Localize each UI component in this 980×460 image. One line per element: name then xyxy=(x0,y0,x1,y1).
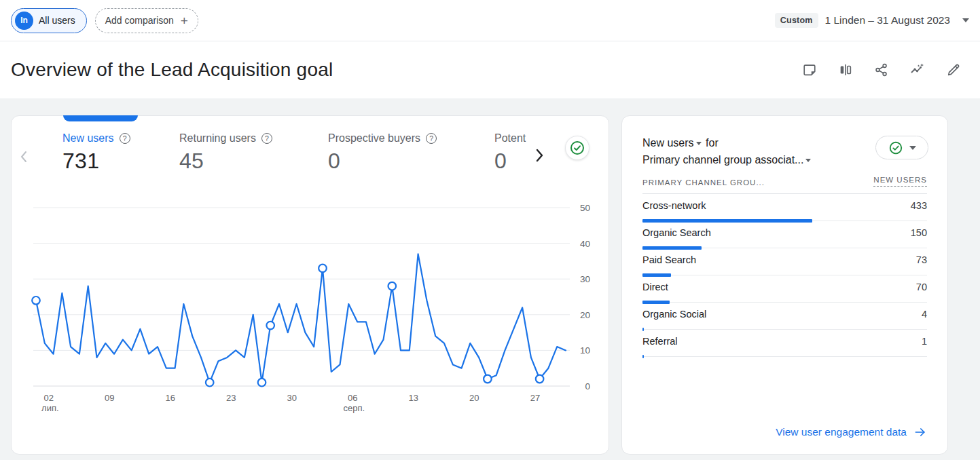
check-caret-icon xyxy=(909,146,916,150)
svg-text:50: 50 xyxy=(580,203,590,213)
svg-text:09: 09 xyxy=(105,393,114,403)
channel-value: 70 xyxy=(916,282,927,292)
table-row: Organic Social4 xyxy=(642,303,927,330)
panel-dimension-selector[interactable]: Primary channel group associat... xyxy=(642,154,803,166)
metric-column-header[interactable]: NEW USERS xyxy=(873,176,927,187)
svg-text:20: 20 xyxy=(580,310,590,320)
channel-label: Organic Social xyxy=(642,309,706,320)
date-range-caret-icon[interactable] xyxy=(962,18,969,22)
table-row: Referral1 xyxy=(642,330,927,357)
add-comparison-button[interactable]: Add comparison + xyxy=(95,8,198,33)
metrics-scroll-right-icon[interactable] xyxy=(534,147,544,166)
table-row: Organic Search150 xyxy=(642,221,927,248)
svg-text:30: 30 xyxy=(580,274,590,284)
table-row: Direct70 xyxy=(642,275,927,303)
trend-card: New users 731 Returning users 45 Prospec… xyxy=(11,115,609,455)
tab-prospective-buyers[interactable]: Prospective buyers 0 xyxy=(328,132,494,189)
channel-value: 73 xyxy=(916,254,927,265)
channel-table-body: Cross-network433Organic Search150Paid Se… xyxy=(642,194,927,357)
comparison-icon[interactable] xyxy=(837,61,854,79)
channel-label: Paid Search xyxy=(642,254,696,265)
svg-text:16: 16 xyxy=(166,393,175,403)
table-row: Paid Search73 xyxy=(642,248,927,275)
help-icon[interactable] xyxy=(120,133,130,144)
link-label: View user engagement data xyxy=(776,426,907,438)
channel-value: 433 xyxy=(911,200,927,211)
data-quality-check-button[interactable] xyxy=(565,136,589,160)
channels-card: New users for Primary channel group asso… xyxy=(621,115,948,455)
svg-text:20: 20 xyxy=(469,393,479,403)
data-quality-dropdown-button[interactable] xyxy=(875,136,928,159)
share-icon[interactable] xyxy=(873,61,890,79)
channel-table-header: PRIMARY CHANNEL GROU... NEW USERS xyxy=(642,176,927,194)
channel-bar xyxy=(642,355,644,358)
channel-label: Organic Search xyxy=(642,227,711,238)
table-row: Cross-network433 xyxy=(642,194,927,221)
channel-label: Referral xyxy=(642,336,678,347)
svg-text:02: 02 xyxy=(44,393,54,403)
channel-label: Cross-network xyxy=(642,200,706,211)
help-icon[interactable] xyxy=(261,133,272,144)
panel-title: New users for Primary channel group asso… xyxy=(642,134,812,168)
date-mode-badge: Custom xyxy=(775,13,818,28)
metrics-scroll-left-icon[interactable] xyxy=(20,150,28,166)
panel-metric-selector[interactable]: New users xyxy=(642,137,694,149)
add-comparison-label: Add comparison xyxy=(105,15,174,26)
date-range-label[interactable]: 1 Linden – 31 August 2023 xyxy=(825,14,950,26)
channel-table: PRIMARY CHANNEL GROU... NEW USERS Cross-… xyxy=(642,176,927,357)
svg-text:40: 40 xyxy=(580,239,590,249)
analytics-overview-page: In All users Add comparison + Custom 1 L… xyxy=(0,0,980,460)
metric-label: Prospective buyers xyxy=(328,132,420,145)
channel-value: 4 xyxy=(922,309,927,320)
green-check-icon xyxy=(888,140,903,155)
svg-text:серп.: серп. xyxy=(343,403,365,413)
edit-icon[interactable] xyxy=(945,61,962,79)
metric-label: Returning users xyxy=(179,132,256,145)
add-note-icon[interactable] xyxy=(801,61,818,79)
report-header: Overview of the Lead Acquisition goal xyxy=(0,41,980,98)
tab-returning-users[interactable]: Returning users 45 xyxy=(179,132,328,189)
help-icon[interactable] xyxy=(426,133,437,144)
metric-value: 731 xyxy=(62,149,179,174)
tab-potential-buyers[interactable]: Potent 0 xyxy=(494,132,531,189)
selected-tab-indicator xyxy=(63,115,138,121)
view-user-engagement-link[interactable]: View user engagement data xyxy=(774,423,928,442)
plus-icon: + xyxy=(181,14,188,27)
dimension-caret-icon[interactable] xyxy=(805,159,811,162)
channel-value: 1 xyxy=(922,336,927,347)
svg-text:лип.: лип. xyxy=(41,403,59,413)
metric-caret-icon[interactable] xyxy=(696,142,702,145)
metric-value: 45 xyxy=(179,149,328,174)
svg-text:10: 10 xyxy=(580,345,590,356)
insights-icon[interactable] xyxy=(909,61,926,79)
top-bar: In All users Add comparison + Custom 1 L… xyxy=(0,0,980,41)
arrow-right-icon xyxy=(913,425,927,439)
svg-text:23: 23 xyxy=(226,393,236,403)
channel-value: 150 xyxy=(911,227,927,238)
trend-line-chart[interactable]: 0102030405002лип.0916233006серп.132027 xyxy=(12,201,610,425)
report-actions xyxy=(801,61,962,79)
include-segment-icon: In xyxy=(15,12,33,30)
metric-tabs: New users 731 Returning users 45 Prospec… xyxy=(62,132,531,189)
svg-text:27: 27 xyxy=(530,393,540,403)
panel-connector: for xyxy=(706,137,719,149)
segment-pill-all-users[interactable]: In All users xyxy=(11,8,87,33)
metric-value: 0 xyxy=(328,149,494,174)
page-title: Overview of the Lead Acquisition goal xyxy=(11,59,333,81)
svg-text:30: 30 xyxy=(287,393,297,403)
segment-label: All users xyxy=(39,15,75,26)
svg-text:0: 0 xyxy=(585,381,590,391)
metric-label: Potent xyxy=(494,132,526,145)
svg-text:06: 06 xyxy=(348,393,357,403)
dimension-column-header: PRIMARY CHANNEL GROU... xyxy=(642,178,765,187)
svg-text:13: 13 xyxy=(409,393,418,403)
tab-new-users[interactable]: New users 731 xyxy=(62,132,179,189)
metric-label: New users xyxy=(62,132,114,145)
metric-value: 0 xyxy=(494,149,531,174)
channel-label: Direct xyxy=(642,282,668,292)
